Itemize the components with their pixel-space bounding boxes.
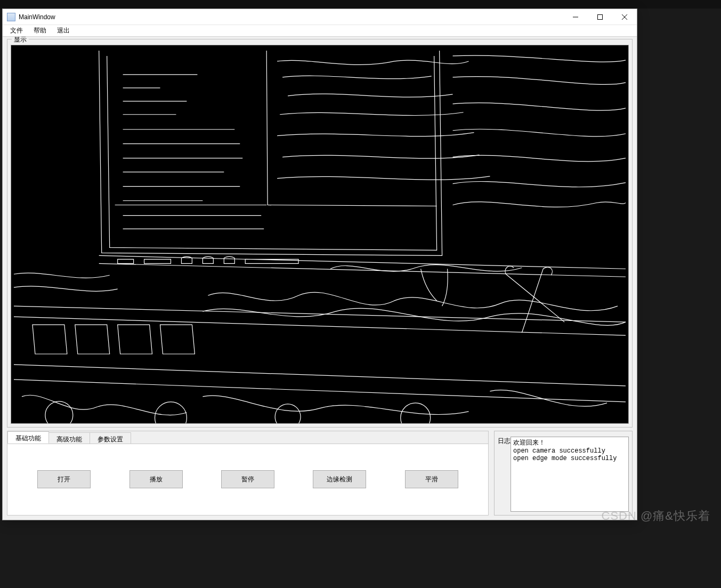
menu-file[interactable]: 文件 xyxy=(5,25,28,36)
play-button[interactable]: 播放 xyxy=(129,470,183,488)
titlebar[interactable]: MainWindow xyxy=(3,9,637,25)
bottom-row: 基础功能 高级功能 参数设置 打开 播放 暂停 边缘检测 平滑 日志 欢迎回来！… xyxy=(7,431,633,515)
close-button[interactable] xyxy=(612,9,637,25)
menu-help[interactable]: 帮助 xyxy=(28,25,52,36)
smooth-button[interactable]: 平滑 xyxy=(405,470,458,488)
edge-detection-image xyxy=(11,45,628,423)
svg-rect-0 xyxy=(598,14,603,19)
display-group: 显示 xyxy=(7,39,633,428)
log-group: 日志 欢迎回来！ open camera successfully open e… xyxy=(494,431,633,515)
app-icon xyxy=(7,13,15,21)
window-title: MainWindow xyxy=(19,13,55,21)
tab-strip: 基础功能 高级功能 参数设置 xyxy=(7,431,488,444)
menubar: 文件 帮助 退出 xyxy=(3,25,637,37)
close-icon xyxy=(622,14,627,20)
client-area: 显示 xyxy=(3,37,637,520)
ide-top-bar xyxy=(0,0,721,9)
main-window: MainWindow 文件 帮助 退出 显示 xyxy=(2,9,637,520)
display-legend: 显示 xyxy=(12,37,29,44)
minimize-icon xyxy=(573,14,578,20)
tabs-panel: 基础功能 高级功能 参数设置 打开 播放 暂停 边缘检测 平滑 xyxy=(7,431,489,515)
tab-basic[interactable]: 基础功能 xyxy=(7,431,49,444)
minimize-button[interactable] xyxy=(563,9,588,25)
open-button[interactable]: 打开 xyxy=(37,470,91,488)
tab-params[interactable]: 参数设置 xyxy=(90,432,131,444)
maximize-icon xyxy=(597,14,603,20)
tab-body-basic: 打开 播放 暂停 边缘检测 平滑 xyxy=(7,444,488,515)
tab-advanced[interactable]: 高级功能 xyxy=(48,432,90,444)
maximize-button[interactable] xyxy=(588,9,612,25)
log-legend: 日志 xyxy=(498,437,511,512)
video-display xyxy=(11,45,629,424)
menu-exit[interactable]: 退出 xyxy=(52,25,75,36)
edge-detect-button[interactable]: 边缘检测 xyxy=(313,470,366,488)
titlebar-left: MainWindow xyxy=(3,13,55,21)
svg-rect-1 xyxy=(11,45,628,423)
window-controls xyxy=(563,9,637,25)
log-textarea[interactable]: 欢迎回来！ open camera successfully open edge… xyxy=(511,437,629,512)
pause-button[interactable]: 暂停 xyxy=(221,470,274,488)
